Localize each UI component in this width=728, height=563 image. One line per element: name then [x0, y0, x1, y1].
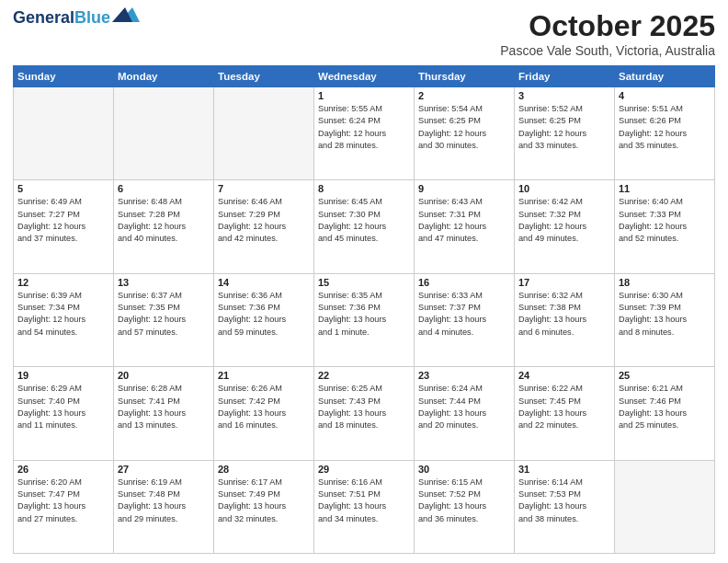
- calendar-cell: 9Sunrise: 6:43 AMSunset: 7:31 PMDaylight…: [415, 180, 515, 273]
- day-info: Sunrise: 6:37 AMSunset: 7:35 PMDaylight:…: [118, 290, 210, 339]
- calendar-cell: 30Sunrise: 6:15 AMSunset: 7:52 PMDayligh…: [415, 460, 515, 553]
- calendar-week-3: 12Sunrise: 6:39 AMSunset: 7:34 PMDayligh…: [14, 273, 715, 366]
- day-info: Sunrise: 5:55 AMSunset: 6:24 PMDaylight:…: [318, 103, 410, 152]
- calendar-cell: 12Sunrise: 6:39 AMSunset: 7:34 PMDayligh…: [14, 273, 114, 366]
- day-number: 14: [218, 277, 310, 288]
- day-number: 16: [418, 277, 510, 288]
- page: GeneralBlue October 2025 Pascoe Vale Sou…: [0, 0, 728, 563]
- calendar-cell: 29Sunrise: 6:16 AMSunset: 7:51 PMDayligh…: [314, 460, 415, 553]
- calendar-cell: 19Sunrise: 6:29 AMSunset: 7:40 PMDayligh…: [14, 367, 114, 460]
- day-info: Sunrise: 6:19 AMSunset: 7:48 PMDaylight:…: [118, 477, 210, 525]
- calendar-cell: [114, 87, 214, 180]
- calendar-cell: 7Sunrise: 6:46 AMSunset: 7:29 PMDaylight…: [214, 180, 314, 273]
- logo-icon: [112, 6, 140, 26]
- day-info: Sunrise: 6:14 AMSunset: 7:53 PMDaylight:…: [518, 477, 610, 525]
- day-info: Sunrise: 6:45 AMSunset: 7:30 PMDaylight:…: [318, 196, 410, 245]
- col-monday: Monday: [114, 66, 214, 87]
- calendar-cell: 20Sunrise: 6:28 AMSunset: 7:41 PMDayligh…: [114, 367, 214, 460]
- day-number: 17: [518, 277, 610, 288]
- calendar-cell: [615, 460, 715, 553]
- calendar-table: Sunday Monday Tuesday Wednesday Thursday…: [13, 65, 715, 554]
- day-number: 30: [418, 464, 510, 475]
- col-saturday: Saturday: [615, 66, 715, 87]
- day-number: 27: [118, 464, 210, 475]
- day-number: 9: [418, 183, 510, 194]
- day-info: Sunrise: 6:30 AMSunset: 7:39 PMDaylight:…: [619, 290, 711, 339]
- day-number: 13: [118, 277, 210, 288]
- calendar-week-5: 26Sunrise: 6:20 AMSunset: 7:47 PMDayligh…: [14, 460, 715, 553]
- day-number: 1: [318, 90, 410, 101]
- calendar-cell: 24Sunrise: 6:22 AMSunset: 7:45 PMDayligh…: [515, 367, 615, 460]
- day-number: 29: [318, 464, 410, 475]
- day-info: Sunrise: 6:22 AMSunset: 7:45 PMDaylight:…: [518, 383, 610, 431]
- day-number: 22: [318, 370, 410, 381]
- day-info: Sunrise: 6:42 AMSunset: 7:32 PMDaylight:…: [518, 196, 610, 245]
- day-info: Sunrise: 6:46 AMSunset: 7:29 PMDaylight:…: [218, 196, 310, 245]
- day-number: 19: [17, 370, 109, 381]
- calendar-week-2: 5Sunrise: 6:49 AMSunset: 7:27 PMDaylight…: [14, 180, 715, 273]
- month-title: October 2025: [500, 9, 715, 43]
- day-info: Sunrise: 6:26 AMSunset: 7:42 PMDaylight:…: [218, 383, 310, 431]
- col-thursday: Thursday: [415, 66, 515, 87]
- day-number: 12: [17, 277, 109, 288]
- day-info: Sunrise: 6:43 AMSunset: 7:31 PMDaylight:…: [418, 196, 510, 245]
- day-number: 21: [218, 370, 310, 381]
- day-info: Sunrise: 5:54 AMSunset: 6:25 PMDaylight:…: [418, 103, 510, 152]
- calendar-cell: 3Sunrise: 5:52 AMSunset: 6:25 PMDaylight…: [515, 87, 615, 180]
- col-wednesday: Wednesday: [314, 66, 415, 87]
- day-info: Sunrise: 6:20 AMSunset: 7:47 PMDaylight:…: [17, 477, 109, 525]
- day-info: Sunrise: 6:28 AMSunset: 7:41 PMDaylight:…: [118, 383, 210, 431]
- day-info: Sunrise: 6:15 AMSunset: 7:52 PMDaylight:…: [418, 477, 510, 525]
- day-info: Sunrise: 6:33 AMSunset: 7:37 PMDaylight:…: [418, 290, 510, 339]
- calendar-cell: 31Sunrise: 6:14 AMSunset: 7:53 PMDayligh…: [515, 460, 615, 553]
- col-friday: Friday: [515, 66, 615, 87]
- day-number: 10: [518, 183, 610, 194]
- day-info: Sunrise: 6:29 AMSunset: 7:40 PMDaylight:…: [17, 383, 109, 431]
- calendar-cell: 5Sunrise: 6:49 AMSunset: 7:27 PMDaylight…: [14, 180, 114, 273]
- calendar-cell: 28Sunrise: 6:17 AMSunset: 7:49 PMDayligh…: [214, 460, 314, 553]
- day-number: 15: [318, 277, 410, 288]
- calendar-cell: 23Sunrise: 6:24 AMSunset: 7:44 PMDayligh…: [415, 367, 515, 460]
- day-number: 5: [17, 183, 109, 194]
- calendar-cell: 2Sunrise: 5:54 AMSunset: 6:25 PMDaylight…: [415, 87, 515, 180]
- day-info: Sunrise: 6:40 AMSunset: 7:33 PMDaylight:…: [619, 196, 711, 245]
- calendar-cell: 22Sunrise: 6:25 AMSunset: 7:43 PMDayligh…: [314, 367, 415, 460]
- day-info: Sunrise: 5:51 AMSunset: 6:26 PMDaylight:…: [619, 103, 711, 152]
- calendar-cell: 15Sunrise: 6:35 AMSunset: 7:36 PMDayligh…: [314, 273, 415, 366]
- calendar-header-row: Sunday Monday Tuesday Wednesday Thursday…: [14, 66, 715, 87]
- calendar-cell: 1Sunrise: 5:55 AMSunset: 6:24 PMDaylight…: [314, 87, 415, 180]
- day-number: 26: [17, 464, 109, 475]
- calendar-cell: 17Sunrise: 6:32 AMSunset: 7:38 PMDayligh…: [515, 273, 615, 366]
- header: GeneralBlue October 2025 Pascoe Vale Sou…: [13, 9, 715, 58]
- day-number: 23: [418, 370, 510, 381]
- day-info: Sunrise: 5:52 AMSunset: 6:25 PMDaylight:…: [518, 103, 610, 152]
- day-number: 24: [518, 370, 610, 381]
- day-number: 18: [619, 277, 711, 288]
- day-number: 4: [619, 90, 711, 101]
- day-info: Sunrise: 6:32 AMSunset: 7:38 PMDaylight:…: [518, 290, 610, 339]
- day-info: Sunrise: 6:39 AMSunset: 7:34 PMDaylight:…: [17, 290, 109, 339]
- day-info: Sunrise: 6:17 AMSunset: 7:49 PMDaylight:…: [218, 477, 310, 525]
- calendar-cell: 8Sunrise: 6:45 AMSunset: 7:30 PMDaylight…: [314, 180, 415, 273]
- day-number: 3: [518, 90, 610, 101]
- col-sunday: Sunday: [14, 66, 114, 87]
- day-number: 28: [218, 464, 310, 475]
- day-info: Sunrise: 6:24 AMSunset: 7:44 PMDaylight:…: [418, 383, 510, 431]
- day-info: Sunrise: 6:16 AMSunset: 7:51 PMDaylight:…: [318, 477, 410, 525]
- calendar-cell: [214, 87, 314, 180]
- day-info: Sunrise: 6:48 AMSunset: 7:28 PMDaylight:…: [118, 196, 210, 245]
- day-number: 7: [218, 183, 310, 194]
- day-info: Sunrise: 6:35 AMSunset: 7:36 PMDaylight:…: [318, 290, 410, 339]
- calendar-cell: [14, 87, 114, 180]
- calendar-cell: 25Sunrise: 6:21 AMSunset: 7:46 PMDayligh…: [615, 367, 715, 460]
- location-subtitle: Pascoe Vale South, Victoria, Australia: [500, 43, 715, 58]
- day-number: 8: [318, 183, 410, 194]
- day-number: 11: [619, 183, 711, 194]
- day-number: 25: [619, 370, 711, 381]
- logo: GeneralBlue: [13, 9, 140, 28]
- calendar-cell: 6Sunrise: 6:48 AMSunset: 7:28 PMDaylight…: [114, 180, 214, 273]
- day-number: 6: [118, 183, 210, 194]
- calendar-cell: 14Sunrise: 6:36 AMSunset: 7:36 PMDayligh…: [214, 273, 314, 366]
- calendar-cell: 11Sunrise: 6:40 AMSunset: 7:33 PMDayligh…: [615, 180, 715, 273]
- day-number: 20: [118, 370, 210, 381]
